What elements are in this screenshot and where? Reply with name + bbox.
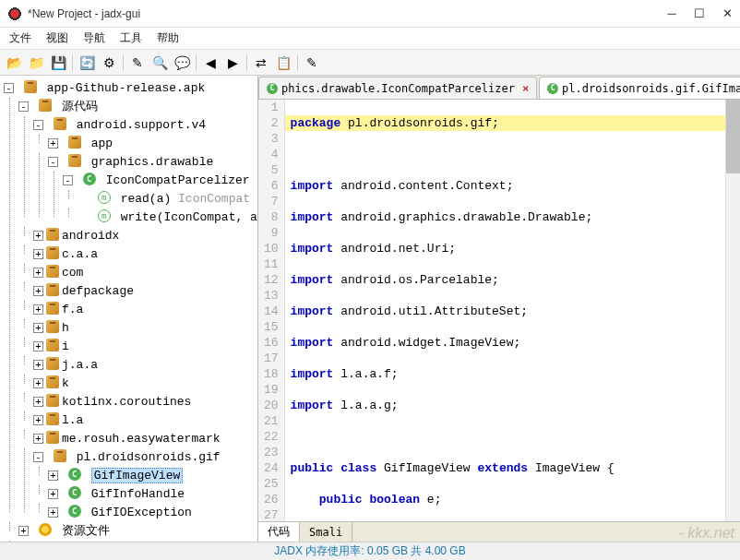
tree-item[interactable]: - graphics.drawable - IconCompatParceliz… [48, 153, 256, 227]
tree-item[interactable]: +j.a.a [33, 356, 256, 375]
toggler-icon[interactable]: - [33, 452, 43, 462]
pkg-label: h [62, 321, 69, 335]
tree-item[interactable]: - android.support.v4 + app [33, 116, 256, 227]
toggler-icon[interactable]: + [33, 249, 43, 259]
toggler-icon[interactable]: + [33, 360, 43, 370]
method-icon [98, 209, 111, 222]
tab-gifimageview[interactable]: pl.droidsonroids.gif.GifIma [539, 77, 740, 99]
toggler-icon[interactable]: + [18, 526, 29, 536]
tree-item[interactable]: +h [33, 319, 256, 338]
minimize-button[interactable]: ─ [666, 6, 677, 20]
sync-icon[interactable]: 🔄 [77, 53, 97, 73]
statusbar: JADX 内存使用率: 0.05 GB 共 4.00 GB [0, 542, 740, 560]
toggler-icon[interactable]: + [33, 378, 43, 388]
toggler-icon[interactable]: - [48, 157, 58, 167]
toggler-icon[interactable]: + [33, 341, 43, 351]
package-icon [46, 246, 59, 259]
tab-code[interactable]: 代码 [258, 522, 300, 542]
pkg-label: com [62, 266, 83, 280]
toggler-icon[interactable]: + [33, 323, 43, 333]
tab-label: phics.drawable.IconCompatParcelizer [281, 82, 515, 95]
toggler-icon[interactable]: + [33, 434, 43, 444]
package-icon [68, 154, 81, 167]
toggler-icon[interactable]: + [48, 471, 58, 481]
new-project-icon[interactable]: 📁 [26, 53, 46, 73]
pkg-label: f.a [62, 303, 83, 316]
tree-item[interactable]: +k [33, 375, 256, 393]
toggler-icon[interactable]: + [33, 286, 43, 296]
open-folder-icon[interactable]: 📂 [4, 53, 24, 73]
menu-view[interactable]: 视图 [42, 29, 72, 48]
menu-help[interactable]: 帮助 [153, 29, 183, 48]
vertical-scrollbar[interactable] [725, 100, 740, 521]
tree-item[interactable]: + app [48, 135, 256, 153]
tree-item[interactable]: +f.a [33, 301, 256, 319]
search-icon[interactable]: 🔍 [149, 53, 170, 73]
tree-item[interactable]: +i [33, 338, 256, 356]
forward-icon[interactable]: ▶ [222, 53, 243, 73]
tree-item-selected[interactable]: + GifImageView [48, 467, 256, 485]
toggler-icon[interactable]: + [33, 415, 43, 425]
tree-item[interactable]: - pl.droidsonroids.gif + GifImageView [33, 448, 256, 522]
tree-item[interactable]: + GifIOException [48, 504, 256, 522]
tab-iconcompat[interactable]: phics.drawable.IconCompatParcelizer × [258, 77, 537, 99]
tree-item[interactable]: +com [33, 264, 256, 282]
tree-root[interactable]: - app-Github-release.apk - 源代码 - android… [4, 79, 256, 542]
tree-item[interactable]: +c.a.a [33, 245, 256, 264]
tree-item[interactable]: - IconCompatParcelizer [63, 172, 256, 227]
src-label: 源代码 [62, 100, 98, 113]
tree-resources[interactable]: + 资源文件 [18, 522, 256, 541]
tab-close-icon[interactable]: × [522, 82, 529, 95]
tree-src[interactable]: - 源代码 - android.support.v4 + [18, 98, 256, 522]
toggler-icon[interactable]: + [33, 231, 43, 241]
tree-item[interactable]: + GifInfoHandle [48, 485, 256, 504]
tree-method[interactable]: write(IconCompat, a [78, 209, 256, 227]
class-icon [547, 83, 558, 94]
wand-icon[interactable]: ✎ [127, 53, 148, 73]
tab-smali[interactable]: Smali [300, 522, 352, 542]
toggler-icon[interactable]: + [48, 489, 58, 499]
menu-file[interactable]: 文件 [6, 29, 35, 48]
pkg-label: j.a.a [62, 358, 98, 372]
toggler-icon[interactable]: + [48, 138, 58, 149]
code-content[interactable]: package package pl.droidsonroids.gif;pl.… [285, 100, 740, 521]
save-icon[interactable]: 💾 [48, 53, 68, 73]
toggler-icon[interactable]: - [63, 175, 73, 185]
tree-method[interactable]: read(a) IconCompat [78, 190, 256, 209]
package-icon [46, 357, 59, 370]
tree-apksig[interactable]: APK signature [18, 541, 256, 542]
package-icon [54, 449, 66, 462]
package-icon [46, 375, 59, 388]
rename-icon[interactable]: ⇄ [251, 53, 271, 73]
tree-item[interactable]: +androidx [33, 227, 256, 245]
menu-navigate[interactable]: 导航 [79, 29, 109, 48]
close-button[interactable]: ✕ [722, 6, 733, 20]
log-icon[interactable]: 📋 [273, 53, 293, 73]
package-icon [46, 394, 59, 407]
toggler-icon[interactable]: - [18, 101, 29, 112]
toggler-icon[interactable]: + [33, 304, 43, 315]
editor-tabs: phics.drawable.IconCompatParcelizer × pl… [258, 76, 740, 100]
comment-icon[interactable]: 💬 [172, 53, 192, 73]
tree-item[interactable]: +kotlinx.coroutines [33, 393, 256, 411]
tree-item[interactable]: +me.rosuh.easywatermark [33, 430, 256, 448]
toggler-icon[interactable]: - [4, 83, 14, 93]
maximize-button[interactable]: ☐ [694, 6, 705, 20]
toggler-icon[interactable]: - [33, 120, 43, 130]
gear-icon[interactable]: ⚙ [99, 53, 119, 73]
pkg-label: android.support.v4 [77, 118, 206, 132]
tree-item[interactable]: +l.a [33, 411, 256, 430]
pkg-label: pl.droidsonroids.gif [77, 450, 221, 464]
toggler-icon[interactable]: + [33, 268, 43, 278]
menu-tools[interactable]: 工具 [116, 29, 146, 48]
class-icon [68, 468, 81, 481]
method-label: read(a) [121, 192, 172, 206]
deobf-icon[interactable]: ✎ [302, 53, 322, 73]
toggler-icon[interactable]: + [33, 397, 43, 407]
back-icon[interactable]: ◀ [200, 53, 221, 73]
class-label: GifIOException [91, 506, 192, 519]
tree-item[interactable]: +defpackage [33, 282, 256, 301]
toggler-icon[interactable]: + [48, 507, 58, 518]
project-tree[interactable]: - app-Github-release.apk - 源代码 - android… [0, 76, 258, 542]
code-editor[interactable]: 1234567891011121314151617181920212223242… [258, 100, 740, 521]
